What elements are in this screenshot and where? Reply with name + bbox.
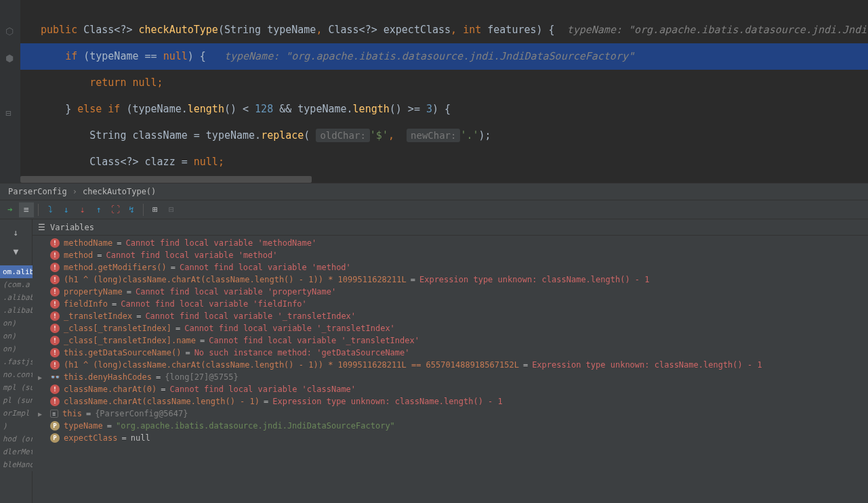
code-editor[interactable]: ⬡ ⬢ ⊟ public Class<?> checkAutoType(Stri…	[0, 0, 868, 183]
code-line[interactable]: public Class<?> checkAutoType(String typ…	[20, 17, 868, 43]
menu-icon	[38, 223, 46, 232]
variable-error: Cannot find local variable 'fieldInfo'	[121, 299, 307, 309]
breakpoint-icon[interactable]: ⬢	[5, 53, 14, 64]
variable-name: method.getModifiers()	[64, 263, 167, 272]
drop-frame-button[interactable]: ⛶	[108, 202, 123, 217]
variable-row[interactable]: !_class[_transletIndex] = Cannot find lo…	[33, 322, 868, 334]
stack-frame-item[interactable]: om.aliba	[0, 265, 33, 278]
expand-arrow-icon[interactable]: ▶	[38, 374, 46, 381]
variable-row[interactable]: !_transletIndex = Cannot find local vari…	[33, 310, 868, 322]
variable-name: method	[64, 250, 93, 260]
variable-row[interactable]: !methodName = Cannot find local variable…	[33, 237, 868, 249]
stack-frame-item[interactable]: .alibaba	[0, 291, 33, 304]
breadcrumb-method[interactable]: checkAutoType()	[83, 187, 156, 196]
filter-icon[interactable]: ▼	[9, 244, 24, 259]
breadcrumb-class[interactable]: ParserConfig	[8, 187, 67, 196]
error-icon: !	[50, 250, 60, 260]
variable-name: expectClass	[64, 433, 117, 443]
variable-error: Expression type unknown: className.lengt…	[419, 275, 650, 284]
evaluate-button[interactable]: ⊞	[148, 202, 163, 217]
variable-name: this.denyHashCodes	[64, 372, 152, 382]
show-execution-point-button[interactable]: ➔	[3, 202, 18, 217]
variable-row[interactable]: !this.getDataSourceName() = No such inst…	[33, 347, 868, 359]
variable-error: Cannot find local variable '_transletInd…	[184, 324, 395, 333]
step-into-button[interactable]: ↓	[59, 202, 74, 217]
variable-row[interactable]: !method = Cannot find local variable 'me…	[33, 249, 868, 261]
variable-row[interactable]: !propertyName = Cannot find local variab…	[33, 286, 868, 298]
variable-error: No such instance method: 'getDataSourceN…	[194, 348, 410, 357]
frames-panel[interactable]: om.aliba(com.a.alibaba.alibabaon)on)on).…	[0, 265, 33, 471]
stack-frame-item[interactable]: on)	[0, 343, 33, 355]
error-icon: !	[50, 324, 60, 333]
variables-panel: Variables !methodName = Cannot find loca…	[33, 219, 868, 503]
stack-frame-item[interactable]: no.contr	[0, 368, 33, 381]
stack-frame-item[interactable]: on)	[0, 317, 33, 330]
variable-name: typeName	[64, 421, 103, 431]
stack-frame-item[interactable]: (com.a	[0, 278, 33, 291]
code-line[interactable]: String className = typeName.replace( old…	[20, 123, 868, 149]
run-to-cursor-button[interactable]: ↯	[124, 202, 139, 217]
code-line[interactable]: } else if (typeName.length() < 128 && ty…	[20, 96, 868, 123]
variable-name: _transletIndex	[64, 311, 132, 321]
variable-row[interactable]: !(h1 ^ (long)className.charAt(className.…	[33, 359, 868, 371]
error-icon: !	[50, 336, 60, 345]
variable-row[interactable]: PtypeName = "org.apache.ibatis.datasourc…	[33, 420, 868, 432]
variable-row[interactable]: !fieldInfo = Cannot find local variable …	[33, 298, 868, 310]
variable-error: Cannot find local variable 'propertyName…	[136, 287, 336, 297]
code-line[interactable]: return null;	[20, 70, 868, 96]
variable-error: Cannot find local variable 'className'	[170, 385, 356, 394]
stack-frame-item[interactable]: )	[0, 420, 33, 433]
stack-frame-item[interactable]: orImpl (	[0, 407, 33, 420]
error-icon: !	[50, 385, 60, 394]
variable-error: Expression type unknown: className.lengt…	[532, 360, 762, 370]
variable-row[interactable]: ▶≡this = {ParserConfig@5647}	[33, 408, 868, 420]
trace-button[interactable]: ⊟	[164, 202, 179, 217]
variable-name: _class[_transletIndex].name	[64, 336, 196, 345]
variable-row[interactable]: !(h1 ^ (long)className.charAt(className.…	[33, 274, 868, 286]
error-icon: !	[50, 299, 60, 309]
variable-row[interactable]: !className.charAt(0) = Cannot find local…	[33, 383, 868, 395]
expand-arrow-icon[interactable]: ▶	[38, 410, 46, 418]
variable-row[interactable]: PexpectClass = null	[33, 432, 868, 444]
stack-frame-item[interactable]: hod (org	[0, 433, 33, 445]
error-icon: !	[50, 287, 60, 297]
stack-frame-item[interactable]: .fastjson	[0, 355, 33, 368]
variable-row[interactable]: !className.charAt(className.length() - 1…	[33, 395, 868, 408]
stack-frame-item[interactable]: on)	[0, 330, 33, 343]
fold-icon[interactable]: ⊟	[5, 108, 11, 118]
horizontal-scrollbar[interactable]	[20, 176, 312, 183]
stack-frame-item[interactable]: pl (sun.	[0, 394, 33, 407]
variables-header[interactable]: Variables	[33, 219, 868, 236]
step-out-button[interactable]: ↑	[91, 202, 106, 217]
error-icon: !	[50, 397, 60, 406]
step-over-button[interactable]: ⤵	[43, 202, 58, 217]
variable-error: Cannot find local variable 'method'	[180, 263, 351, 272]
variables-list[interactable]: !methodName = Cannot find local variable…	[33, 236, 868, 503]
variable-name: (h1 ^ (long)className.charAt(className.l…	[64, 275, 407, 284]
variable-row[interactable]: ▶👓this.denyHashCodes = {long[27]@5755}	[33, 371, 868, 383]
stack-frame-item[interactable]: mpl (sun	[0, 381, 33, 394]
variable-value: null	[131, 433, 150, 443]
stack-frame-item[interactable]: bleHand	[0, 458, 33, 471]
variable-error: Cannot find local variable '_transletInd…	[145, 311, 356, 321]
stack-frame-item[interactable]: dlerMet	[0, 445, 33, 458]
variable-error: Cannot find local variable 'method'	[106, 250, 278, 260]
variable-name: className.charAt(0)	[64, 385, 157, 394]
stack-frame-item[interactable]: .alibaba	[0, 304, 33, 317]
breadcrumb[interactable]: ParserConfig › checkAutoType()	[0, 183, 868, 200]
variable-name: fieldInfo	[64, 299, 108, 309]
debug-toolbar: ➔ ≡ ⤵ ↓ ⇣ ↑ ⛶ ↯ ⊞ ⊟	[0, 200, 868, 219]
code-line[interactable]: Class<?> clazz = null;	[20, 149, 868, 175]
variable-name: className.charAt(className.length() - 1)	[64, 397, 260, 406]
variable-row[interactable]: !_class[_transletIndex].name = Cannot fi…	[33, 334, 868, 347]
error-icon: !	[50, 275, 60, 284]
step-layout-button[interactable]: ≡	[19, 202, 34, 217]
current-execution-line[interactable]: if (typeName == null) { typeName: "org.a…	[20, 43, 868, 70]
editor-gutter: ⬡ ⬢ ⊟	[0, 0, 20, 183]
variable-value: {ParserConfig@5647}	[95, 409, 188, 418]
force-step-into-button[interactable]: ⇣	[75, 202, 90, 217]
variable-row[interactable]: !method.getModifiers() = Cannot find loc…	[33, 261, 868, 274]
fold-icon[interactable]: ⬡	[5, 26, 14, 37]
sort-down-icon[interactable]: ↓	[9, 225, 24, 240]
error-icon: !	[50, 311, 60, 321]
